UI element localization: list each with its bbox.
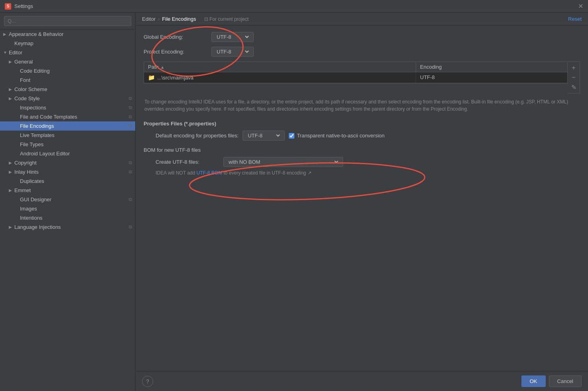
sidebar-item-label-code-editing: Code Editing xyxy=(20,68,132,74)
sidebar-item-gui-designer[interactable]: GUI Designer⧉ xyxy=(0,195,135,204)
add-row-button[interactable]: + xyxy=(569,64,578,72)
encoding-header-label: Encoding xyxy=(420,64,442,70)
bom-info: IDEA will NOT add UTF-8 BOM to every cre… xyxy=(144,170,580,176)
copy-icon-file-code-templates: ⧉ xyxy=(129,114,132,119)
tree-arrow-inlay-hints: ▶ xyxy=(9,170,14,174)
tree-arrow-general: ▶ xyxy=(9,60,14,64)
copy-icon-gui-designer: ⧉ xyxy=(129,197,132,202)
sidebar-item-label-emmet: Emmet xyxy=(14,187,132,193)
copy-icon-inlay-hints: ⧉ xyxy=(129,169,132,175)
folder-icon: 📁 xyxy=(148,74,155,81)
global-encoding-dropdown[interactable]: UTF-8 UTF-16 ISO-8859-1 xyxy=(215,34,250,40)
sidebar-item-label-images: Images xyxy=(20,206,132,212)
sidebar-item-font[interactable]: Font xyxy=(0,75,135,85)
project-encoding-dropdown[interactable]: UTF-8 UTF-16 ISO-8859-1 xyxy=(215,48,250,55)
sidebar-item-inspections[interactable]: Inspections⧉ xyxy=(0,103,135,112)
title-bar-text: Settings xyxy=(14,3,33,9)
sidebar-item-duplicates[interactable]: Duplicates xyxy=(0,177,135,186)
sidebar-item-keymap[interactable]: Keymap xyxy=(0,39,135,48)
path-value: ...\src\main\java xyxy=(157,75,193,81)
sidebar-item-emmet[interactable]: ▶Emmet xyxy=(0,186,135,195)
project-encoding-select[interactable]: UTF-8 UTF-16 ISO-8859-1 xyxy=(211,47,254,57)
remove-row-button[interactable]: − xyxy=(569,73,578,82)
properties-encoding-select[interactable]: UTF-8 UTF-16 ISO-8859-1 xyxy=(243,131,285,141)
close-button[interactable]: ✕ xyxy=(578,2,583,10)
settings-body: Global Encoding: UTF-8 UTF-16 ISO-8859-1… xyxy=(136,26,588,371)
properties-section-title: Properties Files (*.properties) xyxy=(144,121,580,127)
sidebar-item-label-code-style: Code Style xyxy=(14,95,127,101)
sidebar-item-label-file-types: File Types xyxy=(20,141,132,147)
dialog-footer: ? OK Cancel xyxy=(136,371,588,391)
copy-icon-language-injections: ⧉ xyxy=(129,224,132,230)
sidebar-item-label-appearance: Appearance & Behavior xyxy=(9,31,132,37)
sidebar-item-file-code-templates[interactable]: File and Code Templates⧉ xyxy=(0,112,135,121)
breadcrumb: Editor › File Encodings xyxy=(142,16,196,22)
sidebar-item-appearance[interactable]: ▶Appearance & Behavior xyxy=(0,30,135,39)
sidebar-item-label-intentions: Intentions xyxy=(20,215,132,221)
sidebar-item-label-general: General xyxy=(14,59,132,65)
sidebar-item-label-inlay-hints: Inlay Hints xyxy=(14,169,127,175)
sidebar-item-android-layout[interactable]: Android Layout Editor xyxy=(0,149,135,158)
sidebar-item-color-scheme[interactable]: ▶Color Scheme xyxy=(0,85,135,94)
content-header: Editor › File Encodings ⊡ For current pr… xyxy=(136,13,588,26)
bom-create-dropdown[interactable]: with NO BOM with BOM with BOM (if needed… xyxy=(227,159,339,165)
encoding-table: Path ▲ Encoding 📁 ...\src\main\java xyxy=(144,62,568,93)
properties-encoding-row: Default encoding for properties files: U… xyxy=(144,131,580,141)
sidebar-item-copyright[interactable]: ▶Copyright⧉ xyxy=(0,158,135,167)
copy-icon-copyright: ⧉ xyxy=(129,160,132,165)
edit-row-button[interactable]: ✎ xyxy=(569,83,578,91)
sidebar-item-code-editing[interactable]: Code Editing xyxy=(0,66,135,75)
transparent-conversion-label: Transparent native-to-ascii conversion xyxy=(297,133,385,139)
sidebar-item-label-file-encodings: File Encodings xyxy=(20,123,127,129)
sidebar-item-editor[interactable]: ▼Editor xyxy=(0,48,135,57)
reset-button[interactable]: Reset xyxy=(568,16,582,22)
search-input[interactable] xyxy=(4,16,131,26)
sidebar-item-code-style[interactable]: ▶Code Style⧉ xyxy=(0,94,135,103)
bom-info-suffix: to every created file in UTF-8 encoding … xyxy=(222,170,311,176)
sidebar-item-label-android-layout: Android Layout Editor xyxy=(20,151,132,157)
help-button[interactable]: ? xyxy=(142,376,153,387)
sidebar-item-file-types[interactable]: File Types xyxy=(0,140,135,149)
settings-dialog: ▶Appearance & BehaviorKeymap▼Editor▶Gene… xyxy=(0,13,588,391)
search-box xyxy=(0,13,135,30)
table-row[interactable]: 📁 ...\src\main\java UTF-8 xyxy=(144,72,567,83)
bom-info-prefix: IDEA will NOT add xyxy=(156,170,196,176)
sidebar-item-intentions[interactable]: Intentions xyxy=(0,213,135,222)
for-project-label[interactable]: ⊡ For current project xyxy=(204,16,249,22)
utf8-bom-link[interactable]: UTF-8 BOM xyxy=(196,170,222,176)
ok-button[interactable]: OK xyxy=(521,375,546,387)
breadcrumb-current: File Encodings xyxy=(162,16,196,22)
copy-icon-inspections: ⧉ xyxy=(129,105,132,110)
tree-arrow-appearance: ▶ xyxy=(3,32,9,36)
global-encoding-select[interactable]: UTF-8 UTF-16 ISO-8859-1 xyxy=(211,32,254,42)
properties-encoding-label: Default encoding for properties files: xyxy=(156,133,239,139)
transparent-conversion-checkbox[interactable] xyxy=(289,133,294,139)
settings-sidebar: ▶Appearance & BehaviorKeymap▼Editor▶Gene… xyxy=(0,13,136,391)
cancel-button[interactable]: Cancel xyxy=(549,375,582,387)
breadcrumb-separator: › xyxy=(158,16,160,22)
bom-create-label: Create UTF-8 files: xyxy=(156,159,219,165)
path-column-header[interactable]: Path ▲ xyxy=(144,62,416,72)
sidebar-item-general[interactable]: ▶General xyxy=(0,57,135,66)
properties-encoding-dropdown[interactable]: UTF-8 UTF-16 ISO-8859-1 xyxy=(246,132,281,139)
tree-arrow-emmet: ▶ xyxy=(9,188,14,193)
bom-create-select[interactable]: with NO BOM with BOM with BOM (if needed… xyxy=(223,157,343,167)
bom-section-title: BOM for new UTF-8 files xyxy=(144,147,580,153)
breadcrumb-parent: Editor xyxy=(142,16,156,22)
global-encoding-label: Global Encoding: xyxy=(144,34,207,40)
sidebar-item-live-templates[interactable]: Live Templates xyxy=(0,131,135,140)
tree-arrow-editor: ▼ xyxy=(3,50,9,55)
encoding-cell: UTF-8 xyxy=(416,72,567,83)
sidebar-item-file-encodings[interactable]: File Encodings⧉ xyxy=(0,121,135,131)
project-encoding-label: Project Encoding: xyxy=(144,49,207,55)
path-header-label: Path xyxy=(148,64,159,70)
tree-arrow-language-injections: ▶ xyxy=(9,225,14,229)
sidebar-item-label-file-code-templates: File and Code Templates xyxy=(20,114,127,120)
sidebar-item-inlay-hints[interactable]: ▶Inlay Hints⧉ xyxy=(0,167,135,177)
sort-arrow-icon: ▲ xyxy=(160,65,165,69)
sidebar-item-language-injections[interactable]: ▶Language Injections⧉ xyxy=(0,222,135,232)
sidebar-item-images[interactable]: Images xyxy=(0,204,135,213)
table-action-buttons: + − ✎ xyxy=(568,62,580,93)
path-cell: 📁 ...\src\main\java xyxy=(144,72,416,83)
encoding-column-header[interactable]: Encoding xyxy=(416,62,567,72)
